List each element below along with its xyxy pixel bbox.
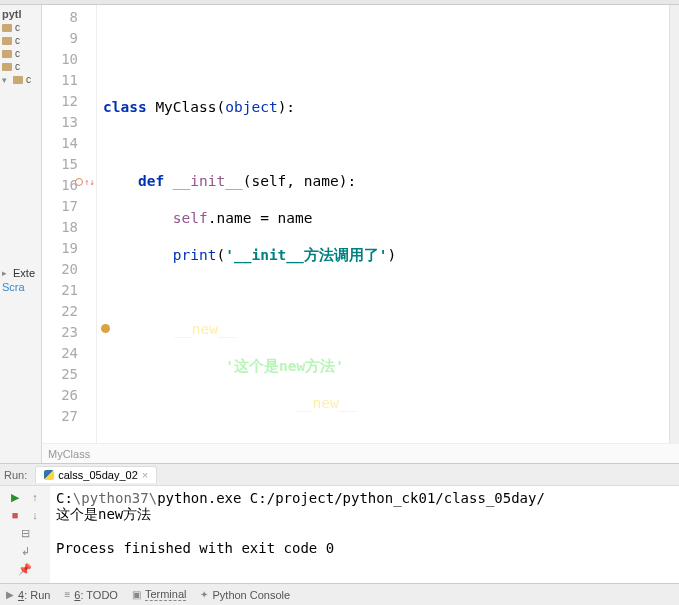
down-icon[interactable]: ↓ [27, 508, 43, 522]
project-sidebar[interactable]: pytl c c c c ▾c ▸Exte Scra [0, 5, 42, 463]
code-line[interactable]: print('__init__方法调用了') [97, 245, 669, 266]
breadcrumb-label: MyClass [48, 448, 90, 460]
line-number[interactable]: 24 [42, 343, 96, 364]
line-number[interactable]: 23 [42, 322, 96, 343]
folder-icon [2, 24, 12, 32]
status-python-console[interactable]: ✦Python Console [200, 589, 290, 601]
sidebar-spacer [0, 86, 41, 266]
code-line[interactable] [97, 282, 669, 303]
chevron-right-icon: ▸ [2, 268, 10, 278]
code-text-area[interactable]: class MyClass(object): def __init__(self… [97, 5, 669, 443]
folder-icon [2, 37, 12, 45]
stop-icon[interactable]: ■ [7, 508, 23, 522]
line-gutter[interactable]: 8 9 10 11 12 13 14 15 16↑↓ 17 18 19 20 2… [42, 5, 97, 443]
breakpoint-icon[interactable] [101, 324, 110, 333]
override-marker-icon[interactable]: ↑↓ [75, 178, 95, 186]
console-output[interactable]: C:\python37\python.exe C:/project/python… [50, 486, 679, 583]
code-line[interactable] [97, 60, 669, 81]
folder-icon [2, 63, 12, 71]
chevron-down-icon: ▾ [2, 75, 10, 85]
run-tab-label: calss_05day_02 [58, 469, 138, 481]
run-tabs-bar: Run: calss_05day_02 × [0, 464, 679, 486]
run-icon: ▶ [6, 589, 14, 600]
folder-icon [13, 76, 23, 84]
sidebar-item-3[interactable]: c [0, 60, 41, 73]
run-label: Run: [4, 469, 27, 481]
sidebar-item-0[interactable]: c [0, 21, 41, 34]
line-number[interactable]: 18 [42, 217, 96, 238]
main-area: pytl c c c c ▾c ▸Exte Scra 8 9 10 11 12 … [0, 5, 679, 463]
code-line[interactable]: print('这个是new方法') [97, 356, 669, 377]
code-line[interactable] [97, 430, 669, 443]
folder-icon [2, 50, 12, 58]
line-number[interactable]: 15 [42, 154, 96, 175]
run-tool-window: Run: calss_05day_02 × ▶ ↑ ■ ↓ ⊟ ↲ 📌 C:\p… [0, 463, 679, 583]
folder-root-label: pytl [2, 8, 22, 20]
line-number[interactable]: 20 [42, 259, 96, 280]
status-todo[interactable]: ≡6: TODO6: TODO [64, 589, 117, 601]
line-number[interactable]: 27 [42, 406, 96, 427]
project-root[interactable]: pytl [0, 7, 41, 21]
code-line[interactable]: class MyClass(object): [97, 97, 669, 118]
line-number[interactable]: 22 [42, 301, 96, 322]
sidebar-external-libs[interactable]: ▸Exte [0, 266, 41, 280]
code-line[interactable]: return object.__new__(cls) [97, 393, 669, 414]
run-config-tab[interactable]: calss_05day_02 × [35, 466, 157, 483]
status-run[interactable]: ▶4: 4: RunRun [6, 589, 50, 601]
code-line[interactable] [97, 134, 669, 155]
line-number[interactable]: 13 [42, 112, 96, 133]
rerun-icon[interactable]: ▶ [7, 490, 23, 504]
sidebar-scratches[interactable]: Scra [0, 280, 41, 294]
python-console-icon: ✦ [200, 589, 208, 600]
line-number[interactable]: 17 [42, 196, 96, 217]
status-terminal[interactable]: ▣Terminal [132, 588, 187, 601]
line-number[interactable]: 14 [42, 133, 96, 154]
line-number[interactable]: 21 [42, 280, 96, 301]
sidebar-item-2[interactable]: c [0, 47, 41, 60]
editor-column: 8 9 10 11 12 13 14 15 16↑↓ 17 18 19 20 2… [42, 5, 679, 463]
code-line[interactable]: self.name = name [97, 208, 669, 229]
sidebar-item-1[interactable]: c [0, 34, 41, 47]
pin-icon[interactable]: 📌 [17, 562, 33, 576]
code-line[interactable] [97, 23, 669, 44]
code-editor[interactable]: 8 9 10 11 12 13 14 15 16↑↓ 17 18 19 20 2… [42, 5, 679, 443]
line-number[interactable]: 10 [42, 49, 96, 70]
line-number[interactable]: 25 [42, 364, 96, 385]
sidebar-item-4[interactable]: ▾c [0, 73, 41, 86]
line-number[interactable]: 9 [42, 28, 96, 49]
code-line[interactable]: def __init__(self, name): [97, 171, 669, 192]
status-bar: ▶4: 4: RunRun ≡6: TODO6: TODO ▣Terminal … [0, 583, 679, 605]
line-number[interactable]: 8 [42, 7, 96, 28]
line-number[interactable]: 19 [42, 238, 96, 259]
close-icon[interactable]: × [142, 469, 148, 481]
terminal-icon: ▣ [132, 589, 141, 600]
python-icon [44, 470, 54, 480]
breadcrumb-bar[interactable]: MyClass [42, 443, 679, 463]
layout-icon[interactable]: ⊟ [17, 526, 33, 540]
editor-right-gutter[interactable] [669, 5, 679, 443]
todo-icon: ≡ [64, 589, 70, 600]
line-number[interactable]: 11 [42, 70, 96, 91]
run-controls: ▶ ↑ ■ ↓ ⊟ ↲ 📌 [0, 486, 50, 583]
line-number[interactable]: 26 [42, 385, 96, 406]
line-number[interactable]: 16↑↓ [42, 175, 96, 196]
up-icon[interactable]: ↑ [27, 490, 43, 504]
wrap-icon[interactable]: ↲ [17, 544, 33, 558]
line-number[interactable]: 12 [42, 91, 96, 112]
code-line[interactable]: def __new__(cls, *args, **kwargs): [97, 319, 669, 340]
run-body: ▶ ↑ ■ ↓ ⊟ ↲ 📌 C:\python37\python.exe C:/… [0, 486, 679, 583]
